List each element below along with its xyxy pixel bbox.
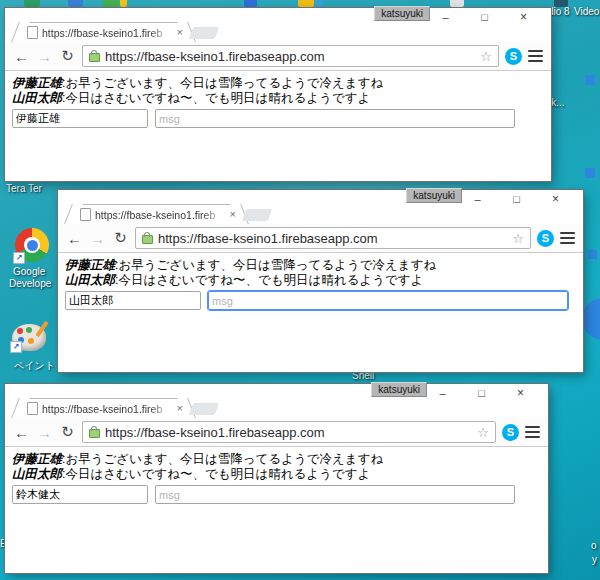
forward-button[interactable]: → bbox=[89, 230, 106, 247]
back-button[interactable]: ← bbox=[13, 424, 30, 441]
page-document-icon bbox=[27, 26, 38, 39]
chat-input-row bbox=[65, 291, 576, 310]
chat-sender-name: 山田太郎 bbox=[12, 467, 62, 481]
tab-strip: https://fbase-kseino1.fireb × bbox=[5, 398, 548, 418]
tab-title: https://fbase-kseino1.fireb bbox=[42, 27, 173, 39]
menu-bar bbox=[560, 237, 575, 239]
overlay-username-label: katsuyuki bbox=[371, 382, 427, 397]
reload-button[interactable]: ↻ bbox=[59, 47, 76, 65]
tab-title: https://fbase-kseino1.fireb bbox=[95, 209, 226, 221]
address-bar[interactable]: https://fbase-kseino1.firebaseapp.com ☆ bbox=[135, 227, 531, 249]
chat-input-row bbox=[12, 109, 544, 128]
browser-window: katsuyuki – □ × https://fbase-kseino1.fi… bbox=[5, 8, 551, 181]
chat-page-content: 伊藤正雄:お早うございます、今日は雪降ってるようで冷えますね 山田太郎:今日はさ… bbox=[5, 447, 548, 573]
window-titlebar[interactable]: katsuyuki – □ × bbox=[5, 384, 548, 398]
browser-window: katsuyuki – □ × https://fbase-kseino1.fi… bbox=[58, 190, 583, 372]
bookmark-star-icon[interactable]: ☆ bbox=[512, 232, 524, 245]
reload-button[interactable]: ↻ bbox=[59, 423, 76, 441]
overlay-username-label: katsuyuki bbox=[374, 6, 430, 21]
new-tab-button[interactable] bbox=[242, 209, 273, 221]
bookmark-star-icon[interactable]: ☆ bbox=[477, 426, 489, 439]
url-text[interactable]: https://fbase-kseino1.firebaseapp.com bbox=[105, 49, 475, 64]
browser-toolbar: ← → ↻ https://fbase-kseino1.firebaseapp.… bbox=[58, 224, 583, 253]
address-bar[interactable]: https://fbase-kseino1.firebaseapp.com ☆ bbox=[82, 45, 499, 67]
new-tab-button[interactable] bbox=[189, 403, 220, 415]
chat-message-text: :お早うございます、今日は雪降ってるようで冷えますね bbox=[115, 258, 436, 272]
menu-button[interactable] bbox=[560, 231, 575, 246]
message-input[interactable] bbox=[155, 109, 515, 128]
menu-button[interactable] bbox=[528, 49, 543, 64]
chat-input-row bbox=[12, 485, 541, 504]
chat-message-text: :今日はさむいですね〜、でも明日は晴れるようですよ bbox=[115, 273, 423, 287]
browser-toolbar: ← → ↻ https://fbase-kseino1.firebaseapp.… bbox=[5, 42, 551, 71]
new-tab-button[interactable] bbox=[189, 27, 220, 39]
chat-page-content: 伊藤正雄:お早うございます、今日は雪降ってるようで冷えますね 山田太郎:今日はさ… bbox=[58, 253, 583, 372]
url-text[interactable]: https://fbase-kseino1.firebaseapp.com bbox=[158, 231, 507, 246]
desktop: { "colors": { "desktop_teal": "#1ea0b4",… bbox=[0, 0, 600, 580]
menu-bar bbox=[528, 55, 543, 57]
name-input[interactable] bbox=[12, 485, 148, 504]
https-lock-icon[interactable] bbox=[89, 53, 100, 62]
chat-message-line: 伊藤正雄:お早うございます、今日は雪降ってるようで冷えますね bbox=[65, 258, 576, 273]
name-input[interactable] bbox=[12, 109, 148, 128]
chat-message-line: 伊藤正雄:お早うございます、今日は雪降ってるようで冷えますね bbox=[12, 452, 541, 467]
tab-close-icon[interactable]: × bbox=[230, 209, 236, 220]
reload-button[interactable]: ↻ bbox=[112, 229, 129, 247]
browser-window: katsuyuki – □ × https://fbase-kseino1.fi… bbox=[5, 384, 548, 573]
menu-bar bbox=[560, 242, 575, 244]
chat-sender-name: 伊藤正雄 bbox=[12, 76, 62, 90]
address-bar[interactable]: https://fbase-kseino1.firebaseapp.com ☆ bbox=[82, 421, 496, 443]
back-button[interactable]: ← bbox=[13, 48, 30, 65]
overlay-username-label: katsuyuki bbox=[406, 188, 462, 203]
skype-extension-icon[interactable]: S bbox=[537, 230, 554, 247]
bookmark-star-icon[interactable]: ☆ bbox=[480, 50, 492, 63]
name-input[interactable] bbox=[65, 291, 201, 310]
browser-toolbar: ← → ↻ https://fbase-kseino1.firebaseapp.… bbox=[5, 418, 548, 447]
chat-message-text: :お早うございます、今日は雪降ってるようで冷えますね bbox=[62, 452, 383, 466]
tab-strip: https://fbase-kseino1.fireb × bbox=[58, 204, 583, 224]
page-document-icon bbox=[27, 402, 38, 415]
forward-button[interactable]: → bbox=[36, 424, 53, 441]
back-button[interactable]: ← bbox=[66, 230, 83, 247]
chat-message-line: 山田太郎:今日はさむいですね〜、でも明日は晴れるようですよ bbox=[65, 273, 576, 288]
menu-bar bbox=[525, 436, 540, 438]
tab-strip: https://fbase-kseino1.fireb × bbox=[5, 22, 551, 42]
chat-message-line: 山田太郎:今日はさむいですね〜、でも明日は晴れるようですよ bbox=[12, 91, 544, 106]
chat-page-content: 伊藤正雄:お早うございます、今日は雪降ってるようで冷えますね 山田太郎:今日はさ… bbox=[5, 71, 551, 181]
chat-message-text: :今日はさむいですね〜、でも明日は晴れるようですよ bbox=[62, 91, 370, 105]
browser-tab[interactable]: https://fbase-kseino1.fireb × bbox=[73, 204, 240, 224]
menu-bar bbox=[525, 426, 540, 428]
page-document-icon bbox=[80, 208, 91, 221]
menu-bar bbox=[528, 50, 543, 52]
chat-message-text: :お早うございます、今日は雪降ってるようで冷えますね bbox=[62, 76, 383, 90]
skype-extension-icon[interactable]: S bbox=[505, 48, 522, 65]
window-titlebar[interactable]: katsuyuki – □ × bbox=[5, 8, 551, 22]
skype-extension-icon[interactable]: S bbox=[502, 424, 519, 441]
message-input[interactable] bbox=[155, 485, 515, 504]
chat-sender-name: 伊藤正雄 bbox=[65, 258, 115, 272]
tab-close-icon[interactable]: × bbox=[177, 403, 183, 414]
chat-sender-name: 伊藤正雄 bbox=[12, 452, 62, 466]
forward-button[interactable]: → bbox=[36, 48, 53, 65]
chat-sender-name: 山田太郎 bbox=[65, 273, 115, 287]
menu-bar bbox=[560, 232, 575, 234]
https-lock-icon[interactable] bbox=[142, 235, 153, 244]
menu-bar bbox=[525, 431, 540, 433]
tab-title: https://fbase-kseino1.fireb bbox=[42, 403, 173, 415]
url-text[interactable]: https://fbase-kseino1.firebaseapp.com bbox=[105, 425, 472, 440]
browser-tab[interactable]: https://fbase-kseino1.fireb × bbox=[20, 22, 187, 42]
message-input[interactable] bbox=[208, 291, 568, 310]
chat-message-line: 山田太郎:今日はさむいですね〜、でも明日は晴れるようですよ bbox=[12, 467, 541, 482]
chat-message-line: 伊藤正雄:お早うございます、今日は雪降ってるようで冷えますね bbox=[12, 76, 544, 91]
tab-close-icon[interactable]: × bbox=[177, 27, 183, 38]
menu-button[interactable] bbox=[525, 425, 540, 440]
window-titlebar[interactable]: katsuyuki – □ × bbox=[58, 190, 583, 204]
chat-sender-name: 山田太郎 bbox=[12, 91, 62, 105]
browser-tab[interactable]: https://fbase-kseino1.fireb × bbox=[20, 398, 187, 418]
chat-message-text: :今日はさむいですね〜、でも明日は晴れるようですよ bbox=[62, 467, 370, 481]
menu-bar bbox=[528, 60, 543, 62]
windows-layer: katsuyuki – □ × https://fbase-kseino1.fi… bbox=[0, 0, 600, 580]
https-lock-icon[interactable] bbox=[89, 429, 100, 438]
